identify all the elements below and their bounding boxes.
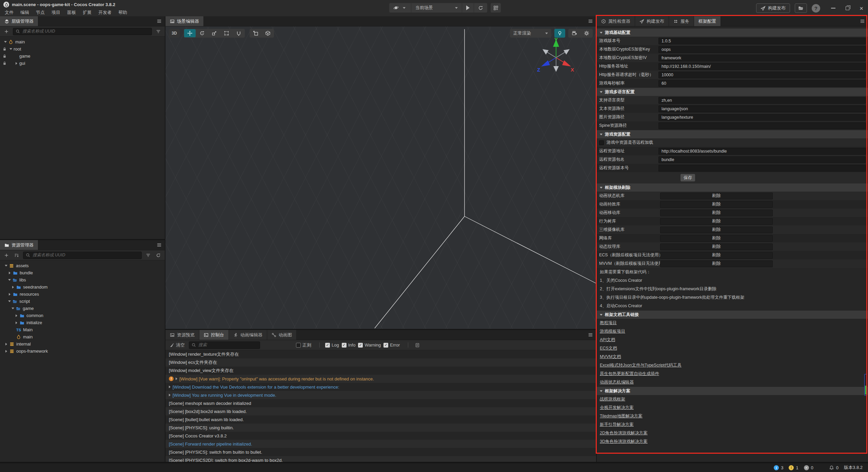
coordinate-space-button[interactable] [262,29,274,37]
section-header[interactable]: 框架解决方案 [597,387,868,395]
notification-count[interactable]: 0 [829,465,839,470]
tab-animation-graph[interactable]: 动画图 [267,330,297,340]
inspector-scrollbar[interactable] [864,374,867,396]
console-log-row[interactable]: [Window] render_texture文件夹存在 [165,350,596,358]
doc-link[interactable]: 动画状态机编辑器 [600,379,634,385]
console-log-row[interactable]: [Scene] [PHYSICS]: using builtin. [165,424,596,432]
asset-node[interactable]: seedrandom [0,283,165,291]
preview-qr-button[interactable] [491,3,501,13]
scene-light-toggle[interactable] [554,29,565,38]
console-log-row[interactable]: [Scene] Cocos Creator v3.8.2 [165,432,596,440]
scale-tool-button[interactable] [209,29,220,37]
doc-link[interactable]: 游戏模板项目 [600,329,625,334]
menu-item[interactable]: 帮助 [115,9,131,16]
chevron-right-icon[interactable] [12,286,14,289]
assets-menu-icon[interactable] [157,242,162,248]
section-header[interactable]: 框架模块剔除 [597,183,868,192]
preview-platform-dropdown[interactable] [389,3,411,13]
asset-node[interactable]: script [0,298,165,305]
filter-checkbox-log[interactable]: ✓Log [325,342,339,348]
assets-filter-button[interactable] [144,252,152,259]
scene-dropdown[interactable]: 当前场景 [411,3,462,13]
assets-refresh-button[interactable] [155,252,162,259]
asset-node[interactable]: initialize [0,319,165,326]
console-log-row[interactable]: [Scene] [box2d]:box2d wasm lib loaded. [165,407,596,415]
asset-node[interactable]: resources [0,291,165,298]
doc-link[interactable]: 原生包热更新配置自动生成插件 [600,371,659,377]
chevron-down-icon[interactable] [8,279,11,281]
asset-node[interactable]: TSMain [0,326,165,333]
hierarchy-menu-icon[interactable] [157,19,162,24]
restart-button[interactable] [474,3,487,13]
warning-count[interactable]: ! 1 [789,465,798,470]
tab-property-inspector[interactable]: 属性检查器 [597,16,635,26]
rect-tool-button[interactable] [221,29,232,37]
tab-animation-editor[interactable]: 动画编辑器 [229,330,267,340]
remove-module-button[interactable]: 剔除 [660,218,773,225]
chevron-right-icon[interactable] [169,386,171,388]
doc-link[interactable]: 战棋游戏框架 [600,396,625,402]
inspector-scrollbar-thumb[interactable] [865,386,866,395]
doc-link[interactable]: 2D角色扮演游戏解决方案 [600,430,648,436]
asset-node[interactable]: libs [0,276,165,283]
field-input[interactable]: framework [658,55,866,61]
minimize-button[interactable] [831,8,835,8]
chevron-down-icon[interactable] [5,265,7,267]
hierarchy-node[interactable]: game [0,53,165,60]
section-header[interactable]: 框架文档工具链接 [597,311,868,319]
console-log-row[interactable]: [Scene] [bullet]:bullet wasm lib loaded. [165,415,596,424]
asset-node[interactable]: assets [0,262,165,269]
hierarchy-node[interactable]: main [0,38,165,45]
tab-hierarchy[interactable]: 层级管理器 [0,16,38,26]
field-input[interactable]: oops [658,46,866,53]
console-search-input[interactable]: 搜索 [189,341,260,349]
remove-module-button[interactable]: 剔除 [660,252,773,259]
field-input[interactable] [658,122,866,129]
tab-build-publish[interactable]: 构建发布 [635,16,669,26]
chevron-right-icon[interactable] [169,394,171,396]
chevron-right-icon[interactable] [176,377,177,380]
regex-checkbox[interactable]: 正则 [296,342,311,348]
chevron-right-icon[interactable] [16,314,17,317]
doc-link[interactable]: Excel格式转Json文件与TypeScript代码工具 [600,362,682,368]
remove-module-button[interactable]: 剔除 [660,243,773,250]
remove-module-button[interactable]: 剔除 [660,227,773,233]
menu-item[interactable]: 编辑 [17,9,33,16]
menu-item[interactable]: 开发者 [95,9,115,16]
scene-settings-button[interactable] [581,29,592,37]
asset-node[interactable]: common [0,312,165,319]
field-input[interactable]: language/json [658,105,866,112]
build-publish-button[interactable]: 构建发布 [756,3,790,13]
field-input[interactable]: language/texture [658,114,866,121]
tab-framework-config[interactable]: 框架配置 [694,16,721,26]
asset-node[interactable]: game [0,305,165,312]
asset-node[interactable]: oops-framework [0,348,165,355]
scene-menu-icon[interactable] [588,19,593,24]
chevron-right-icon[interactable] [5,343,7,346]
hierarchy-node[interactable]: gui [0,60,165,67]
filter-checkbox-error[interactable]: ✓Error [383,342,400,348]
3d-mode-toggle[interactable]: 3D [169,29,180,38]
doc-link[interactable]: 3D角色扮演游戏解决方案 [600,439,648,445]
chevron-right-icon[interactable] [16,62,17,65]
rotate-tool-button[interactable] [196,29,208,37]
field-input[interactable]: http://localhost:8083/assets/bundle [658,148,866,155]
menu-item[interactable]: 面板 [64,9,79,16]
chevron-down-icon[interactable] [8,300,11,302]
tab-services[interactable]: 服务 [669,16,694,26]
chevron-right-icon[interactable] [9,272,11,274]
remove-module-button[interactable]: 剔除 [660,193,773,199]
pivot-snap-button[interactable] [250,29,261,37]
tab-scene-editor[interactable]: 场景编辑器 [165,16,204,26]
inspector-menu-icon[interactable] [860,19,865,24]
console-log-row[interactable]: [Window] You are running Vue in developm… [165,391,596,399]
view-gizmo[interactable]: Y X Z [536,37,576,77]
remove-module-button[interactable]: 剔除 [660,260,773,267]
console-log-row[interactable]: [Window] Download the Vue Devtools exten… [165,383,596,391]
doc-link[interactable]: API文档 [600,337,615,343]
close-button[interactable]: × [860,5,863,12]
console-log-row[interactable]: [Window] model_view文件夹存在 [165,367,596,375]
error-count[interactable]: × 0 [804,465,813,470]
info-count[interactable]: i 3 [774,465,783,470]
hierarchy-filter-button[interactable] [155,28,162,35]
